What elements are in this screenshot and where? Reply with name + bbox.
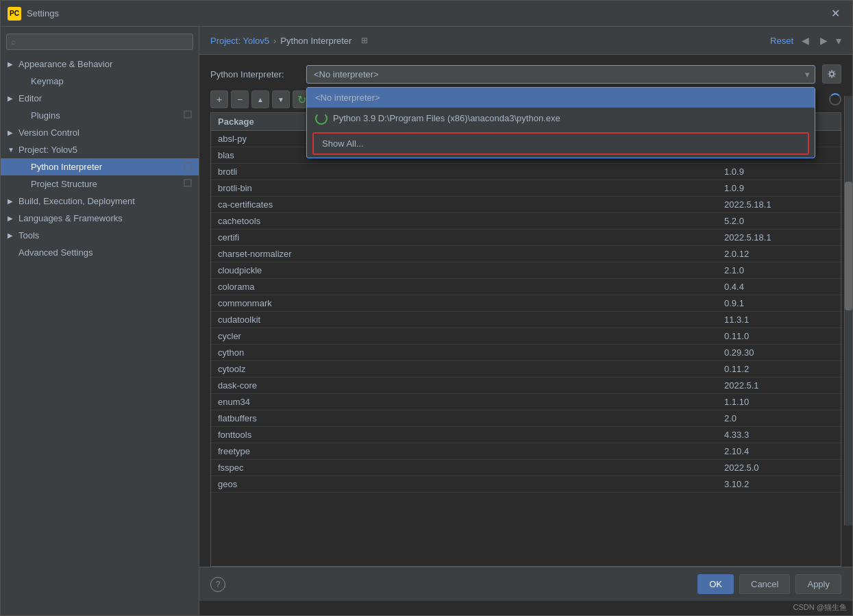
table-row[interactable]: cycler0.11.0	[211, 328, 841, 345]
sidebar-item-editor[interactable]: ▶ Editor	[1, 90, 199, 107]
sidebar-item-project-structure[interactable]: Project Structure	[1, 175, 199, 193]
sidebar-item-label: Project Structure	[31, 179, 97, 189]
right-panel: Project: Yolov5 › Python Interpreter ⊞ R…	[199, 27, 852, 615]
arrow-icon: ▶	[8, 214, 16, 222]
sidebar-item-label: Appearance & Behavior	[18, 59, 112, 69]
svg-point-3	[830, 72, 834, 76]
sidebar-item-label: Python Interpreter	[31, 162, 102, 172]
package-version: 2.1.0	[724, 265, 834, 275]
python-interpreter-icon	[184, 162, 192, 172]
table-row[interactable]: fsspec2022.5.0	[211, 460, 841, 476]
package-version: 1.0.9	[724, 183, 834, 193]
ok-button[interactable]: OK	[697, 574, 734, 594]
sidebar-item-languages[interactable]: ▶ Languages & Frameworks	[1, 210, 199, 227]
arrow-icon: ▶	[8, 95, 16, 102]
interpreter-select[interactable]: <No interpreter>Python 3.9 D:\Program Fi…	[306, 65, 815, 84]
package-version: 2022.5.18.1	[724, 199, 834, 210]
watermark: CSDN @猫生鱼	[199, 601, 852, 615]
back-button[interactable]: ◀	[799, 34, 812, 47]
sidebar-item-version-control[interactable]: ▶ Version Control	[1, 124, 199, 141]
python39-label: Python 3.9 D:\Program Files (x86)\anacon…	[333, 113, 560, 123]
table-row[interactable]: brotli-bin1.0.9	[211, 180, 841, 197]
table-row[interactable]: certifi2022.5.18.1	[211, 230, 841, 246]
sidebar-item-project[interactable]: ▼ Project: Yolov5	[1, 141, 199, 158]
bottom-bar: ? OK Cancel Apply	[199, 567, 852, 601]
table-row[interactable]: colorama0.4.4	[211, 279, 841, 295]
table-row[interactable]: enum341.1.10	[211, 394, 841, 410]
scrollbar[interactable]	[844, 96, 852, 526]
show-all-box: Show All...	[312, 132, 809, 155]
sidebar-item-keymap[interactable]: Keymap	[1, 73, 199, 90]
down-button[interactable]: ▼	[272, 90, 290, 108]
package-version: 4.33.3	[724, 430, 834, 440]
table-row[interactable]: cachetools5.2.0	[211, 213, 841, 230]
search-box[interactable]	[6, 34, 193, 50]
sidebar-item-appearance[interactable]: ▶ Appearance & Behavior	[1, 56, 199, 73]
breadcrumb-project[interactable]: Project: Yolov5	[210, 36, 269, 46]
table-row[interactable]: freetype2.10.4	[211, 443, 841, 460]
project-structure-icon	[184, 179, 192, 189]
sidebar-item-plugins[interactable]: Plugins	[1, 107, 199, 124]
package-name: flatbuffers	[218, 413, 724, 423]
table-row[interactable]: cudatoolkit11.3.1	[211, 312, 841, 328]
table-row[interactable]: commonmark0.9.1	[211, 295, 841, 312]
sidebar-item-advanced[interactable]: Advanced Settings	[1, 244, 199, 261]
package-name: charset-normalizer	[218, 249, 724, 259]
table-row[interactable]: ca-certificates2022.5.18.1	[211, 197, 841, 213]
package-version: 11.3.1	[724, 315, 834, 325]
refresh-icon: ↻	[297, 93, 306, 106]
forward-button[interactable]: ▶	[817, 34, 830, 47]
package-name: cudatoolkit	[218, 315, 724, 325]
package-name: colorama	[218, 282, 724, 292]
breadcrumb: Project: Yolov5 › Python Interpreter ⊞	[210, 36, 770, 46]
arrow-icon: ▶	[8, 197, 16, 205]
interpreter-settings-button[interactable]	[822, 64, 841, 84]
sidebar-item-label: Tools	[18, 230, 39, 241]
add-package-button[interactable]: +	[210, 90, 228, 108]
help-button[interactable]: ?	[210, 577, 225, 592]
reset-button[interactable]: Reset	[770, 36, 793, 46]
package-name: cachetools	[218, 216, 724, 226]
table-row[interactable]: geos3.10.2	[211, 476, 841, 493]
package-name: cytoolz	[218, 364, 724, 374]
table-row[interactable]: charset-normalizer2.0.12	[211, 246, 841, 262]
svg-rect-2	[184, 180, 191, 186]
package-version: 2022.5.1	[724, 380, 834, 391]
arrow-icon: ▶	[8, 232, 16, 239]
sidebar-item-label: Version Control	[18, 127, 79, 138]
breadcrumb-separator: ›	[273, 36, 276, 46]
package-name: ca-certificates	[218, 199, 724, 210]
package-version: 0.4.4	[724, 282, 834, 292]
table-row[interactable]: dask-core2022.5.1	[211, 378, 841, 394]
table-row[interactable]: brotli1.0.9	[211, 164, 841, 180]
search-input[interactable]	[11, 37, 188, 47]
package-name: geos	[218, 479, 724, 489]
table-row[interactable]: fonttools4.33.3	[211, 427, 841, 443]
loading-indicator	[829, 93, 841, 106]
up-button[interactable]: ▲	[251, 90, 269, 108]
remove-package-button[interactable]: −	[231, 90, 249, 108]
panel-header: Project: Yolov5 › Python Interpreter ⊞ R…	[199, 27, 852, 55]
sidebar-item-label: Advanced Settings	[18, 247, 92, 258]
cancel-button[interactable]: Cancel	[739, 574, 790, 594]
table-row[interactable]: cython0.29.30	[211, 345, 841, 361]
package-name: fsspec	[218, 463, 724, 473]
package-name: fonttools	[218, 430, 724, 440]
apply-button[interactable]: Apply	[795, 574, 841, 594]
sidebar-item-label: Build, Execution, Deployment	[18, 196, 135, 206]
show-all-button[interactable]: Show All...	[314, 134, 808, 153]
sidebar-item-tools[interactable]: ▶ Tools	[1, 227, 199, 244]
table-row[interactable]: cytoolz0.11.2	[211, 361, 841, 378]
sidebar-item-python-interpreter[interactable]: Python Interpreter ➜	[1, 158, 199, 175]
close-button[interactable]: ✕	[826, 4, 845, 23]
table-row[interactable]: cloudpickle2.1.0	[211, 262, 841, 279]
sidebar-item-build[interactable]: ▶ Build, Execution, Deployment	[1, 193, 199, 210]
dropdown-item-no-interpreter[interactable]: <No interpreter>	[307, 88, 815, 108]
plugins-icon	[184, 110, 192, 121]
package-name: enum34	[218, 397, 724, 407]
dropdown-item-python39[interactable]: Python 3.9 D:\Program Files (x86)\anacon…	[307, 108, 815, 130]
options-icon[interactable]: ▾	[836, 34, 841, 47]
scrollbar-thumb[interactable]	[845, 182, 852, 310]
table-row[interactable]: flatbuffers2.0	[211, 410, 841, 427]
gear-icon	[827, 69, 837, 79]
